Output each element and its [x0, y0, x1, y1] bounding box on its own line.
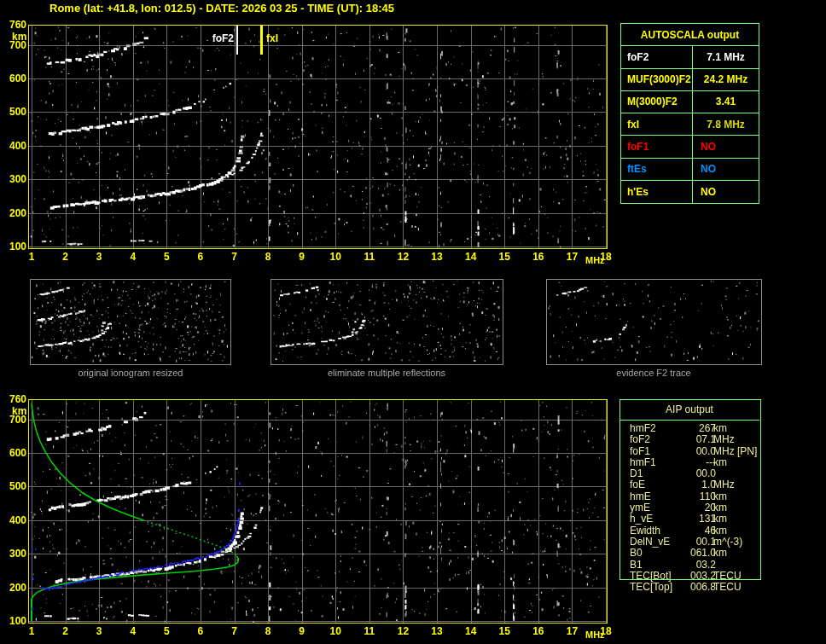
top-plot-x-tick-label: 17	[561, 252, 583, 263]
autoscala-row-value: NO	[693, 136, 759, 157]
bottom-plot-x-tick-label: 15	[493, 626, 515, 637]
autoscala-row-value: NO	[693, 159, 759, 180]
top-plot-y-tick-label: 760	[1, 20, 26, 31]
top-plot-y-tick-label: 400	[1, 141, 26, 152]
autoscala-row-m3000f2: M(3000)F23.41	[621, 91, 759, 113]
top-plot-x-tick-label: 16	[527, 252, 550, 263]
autoscala-row-value: 7.1 MHz	[693, 46, 759, 67]
top-plot-x-tick-label: 9	[291, 252, 313, 263]
autoscala-row-fof2: foF27.1 MHz	[621, 46, 759, 68]
station-date-title: Rome (lat: +41.8, lon: 012.5) - DATE: 20…	[0, 2, 444, 15]
bottom-plot-x-axis-unit: MHz	[585, 629, 605, 640]
autoscala-row-label: fxI	[621, 113, 693, 135]
bottom-plot-x-tick-label: 13	[426, 626, 448, 637]
top-plot-x-tick-label: 4	[122, 252, 144, 263]
bottom-plot-x-tick-label: 5	[155, 626, 177, 637]
top-plot-x-tick-label: 14	[460, 252, 482, 263]
autoscala-row-muf3000f2: MUF(3000)F224.2 MHz	[621, 69, 759, 91]
aip-table-title: AIP output	[620, 403, 759, 415]
top-plot-y-axis-unit: km	[12, 32, 26, 43]
panel-original-ionogram	[30, 279, 231, 365]
top-plot-x-tick-label: 5	[155, 252, 177, 263]
panel-caption-eliminate: eliminate multiple reflections	[276, 368, 497, 378]
aip-row-hme: hmE110km	[620, 491, 817, 502]
autoscala-row-label: foF1	[621, 136, 693, 157]
autoscala-row-ftes: ftEsNO	[621, 159, 759, 181]
aip-row-hmf2: hmF2267km	[620, 423, 817, 434]
top-plot-y-tick-label: 500	[1, 107, 26, 118]
autoscala-row-value: 3.41	[693, 91, 759, 113]
top-plot-y-tick-label: 300	[1, 174, 26, 185]
bottom-plot-y-tick-label: 760	[1, 394, 26, 405]
bottom-plot-y-tick-label: 500	[1, 481, 26, 492]
bottom-plot-x-tick-label: 3	[88, 626, 110, 637]
bottom-plot-y-tick-label: 600	[1, 448, 26, 459]
bottom-plot-x-tick-label: 9	[291, 626, 313, 637]
panel-caption-evidence: evidence F2 trace	[543, 368, 765, 378]
bottom-plot-y-axis-unit: km	[12, 406, 26, 417]
aip-row-delnve: DelN_vE00.1m^(-3)	[620, 537, 817, 548]
aip-row-hve: h_vE131km	[620, 513, 817, 525]
bottom-plot-x-tick-label: 1	[20, 626, 43, 637]
top-plot-x-tick-label: 10	[324, 252, 346, 263]
top-plot-x-tick-label: 6	[189, 252, 212, 263]
panel-eliminate-reflections	[270, 279, 503, 365]
bottom-plot-x-tick-label: 10	[324, 626, 346, 637]
bottom-plot-y-tick-label: 400	[1, 515, 26, 526]
top-plot-x-tick-label: 12	[392, 252, 414, 263]
top-plot-x-tick-label: 15	[493, 252, 515, 263]
aip-output-table: hmF2267kmfoF207.1MHzfoF100.0MHz[PN]hmF1-…	[620, 423, 817, 593]
autoscala-row-label: ftEs	[621, 159, 693, 180]
top-plot-x-tick-label: 8	[257, 252, 279, 263]
autoscala-table-title: AUTOSCALA output	[621, 24, 759, 46]
top-plot-x-axis-unit: MHz	[585, 255, 605, 265]
aip-row-foe: foE1.0MHz	[620, 479, 817, 490]
autoscala-row-value: 24.2 MHz	[693, 69, 759, 90]
bottom-plot-x-tick-label: 12	[392, 626, 414, 637]
aip-row-fof1: foF100.0MHz[PN]	[620, 446, 817, 457]
bottom-plot-x-tick-label: 11	[358, 626, 381, 637]
autoscala-output-table: AUTOSCALA output foF27.1 MHzMUF(3000)F22…	[620, 23, 759, 204]
bottom-plot-x-tick-label: 4	[122, 626, 144, 637]
top-plot-x-tick-label: 2	[55, 252, 77, 263]
bottom-plot-y-tick-label: 300	[1, 548, 26, 560]
aip-row-b1: B103.2	[620, 560, 817, 571]
bottom-plot-x-tick-label: 6	[189, 626, 212, 637]
autoscala-row-label: foF2	[621, 46, 693, 67]
aip-row-hmf1: hmF1---km	[620, 457, 817, 468]
autoscala-row-value: NO	[693, 181, 759, 203]
top-plot-x-tick-label: 11	[358, 252, 381, 263]
top-plot-x-tick-label: 3	[88, 252, 110, 263]
aip-row-ewidth: Ewidth46km	[620, 525, 817, 537]
top-plot-y-tick-label: 600	[1, 73, 26, 84]
top-plot-y-tick-label: 200	[1, 208, 26, 219]
aip-row-tecbot: TEC[Bot]003.2TECU	[620, 571, 817, 582]
aip-row-tectop: TEC[Top]006.8TECU	[620, 582, 817, 593]
bottom-plot-x-tick-label: 16	[527, 626, 550, 637]
top-plot-x-tick-label: 1	[20, 252, 43, 263]
bottom-plot-x-tick-label: 7	[224, 626, 246, 637]
aip-table-separator	[620, 420, 759, 421]
foF2-marker-label: foF2	[199, 33, 234, 44]
autoscala-row-fxi: fxI7.8 MHz	[621, 113, 759, 136]
autoscala-row-fof1: foF1NO	[621, 136, 759, 158]
bottom-plot-y-tick-label: 200	[1, 583, 26, 594]
top-plot-x-tick-label: 7	[224, 252, 246, 263]
autoscala-row-label: M(3000)F2	[621, 91, 693, 113]
autoscala-row-value: 7.8 MHz	[693, 113, 759, 135]
bottom-plot-x-tick-label: 8	[257, 626, 279, 637]
autoscala-window: Rome (lat: +41.8, lon: 012.5) - DATE: 20…	[0, 0, 826, 644]
aip-row-yme: ymE20km	[620, 502, 817, 513]
autoscala-row-hes: h'EsNO	[621, 181, 759, 203]
bottom-plot-x-tick-label: 14	[460, 626, 482, 637]
top-plot-x-tick-label: 13	[426, 252, 448, 263]
aip-row-fof2: foF207.1MHz	[620, 434, 817, 445]
autoscala-row-label: MUF(3000)F2	[621, 69, 693, 90]
bottom-plot-x-tick-label: 2	[55, 626, 77, 637]
aip-row-b0: B0061.0km	[620, 548, 817, 559]
aip-row-d1: D100.0	[620, 468, 817, 479]
bottom-plot-x-tick-label: 17	[561, 626, 583, 637]
autoscala-row-label: h'Es	[621, 181, 693, 203]
panel-caption-original: original ionogram resized	[20, 368, 241, 378]
panel-evidence-f2	[546, 279, 762, 365]
